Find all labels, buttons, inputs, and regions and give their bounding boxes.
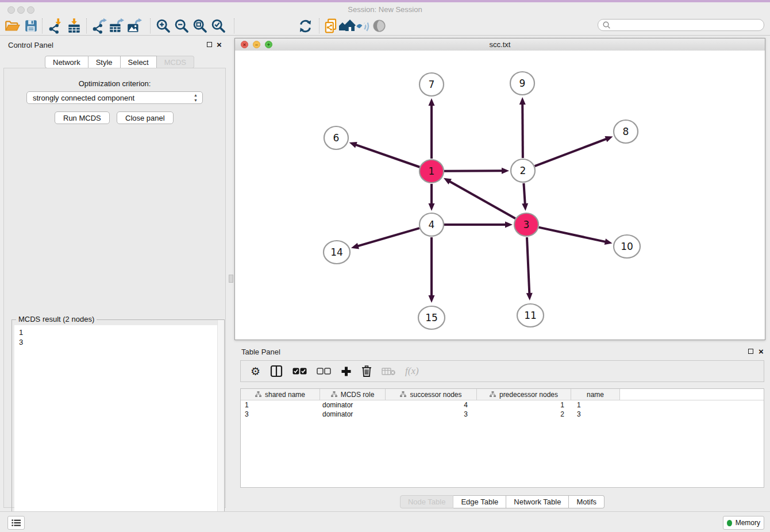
cell-name: 1 — [571, 401, 620, 409]
graph-node-label-4: 4 — [429, 219, 435, 230]
memory-button[interactable]: Memory — [723, 516, 764, 530]
vertical-splitter-handle[interactable] — [229, 275, 233, 283]
import-network-icon[interactable] — [47, 17, 64, 34]
graph-node-label-9: 9 — [519, 78, 526, 89]
graph-edge-3-1[interactable] — [449, 181, 515, 218]
show-graphics-details-icon[interactable] — [338, 17, 356, 34]
graph-edge-2-9[interactable] — [522, 103, 523, 158]
toolbar-separator — [234, 18, 234, 33]
tab-edge-table[interactable]: Edge Table — [453, 495, 506, 508]
node-table-header: shared name MCDS role — [241, 389, 764, 400]
column-header-successor-nodes[interactable]: successor nodes — [386, 389, 477, 400]
column-header-shared-name[interactable]: shared name — [241, 389, 320, 400]
export-image-icon[interactable] — [125, 17, 143, 34]
graph-edge-2-8[interactable] — [535, 138, 607, 166]
graph-edge-1-6[interactable] — [355, 145, 419, 167]
session-title: Session: New Session — [0, 5, 770, 14]
optimization-criterion-select[interactable]: strongly connected component ▲▼ — [26, 91, 203, 104]
column-header-name[interactable]: name — [571, 389, 620, 400]
toolbar-separator — [319, 18, 319, 33]
memory-status-icon — [727, 520, 732, 526]
magnifier-fit-icon — [192, 18, 208, 34]
zoom-out-icon[interactable] — [173, 17, 190, 34]
tab-style[interactable]: Style — [88, 56, 121, 68]
add-column-icon[interactable] — [341, 364, 352, 379]
sphere-icon — [372, 18, 387, 33]
memory-label: Memory — [736, 519, 760, 527]
zoom-in-icon[interactable] — [155, 17, 172, 34]
houses-icon — [338, 18, 356, 34]
zoom-selected-icon[interactable] — [210, 17, 227, 34]
graph-edge-4-14[interactable] — [357, 228, 419, 246]
delete-column-icon[interactable] — [361, 364, 372, 379]
table-row[interactable]: 3 dominator 3 2 3 — [241, 410, 764, 419]
tab-network[interactable]: Network — [45, 56, 88, 68]
delete-table-icon[interactable] — [382, 364, 395, 379]
tab-network-table[interactable]: Network Table — [506, 495, 569, 508]
table-import-icon — [66, 18, 82, 34]
mcds-result-text[interactable]: 1 3 — [14, 325, 221, 532]
table-float-panel-icon[interactable] — [748, 349, 753, 354]
graph-edge-2-3[interactable] — [523, 183, 525, 205]
graph-edge-arrow — [349, 142, 357, 148]
refresh-view-icon[interactable] — [297, 17, 314, 34]
new-network-from-selection-icon[interactable] — [322, 17, 340, 34]
columns-icon — [270, 365, 283, 377]
export-network-icon[interactable] — [91, 17, 108, 34]
select-all-rows-icon[interactable] — [292, 364, 307, 379]
network-window-title: scc.txt — [235, 40, 765, 49]
cell-successor-nodes: 3 — [386, 410, 477, 418]
network-canvas[interactable]: 1234678910111415 — [235, 51, 765, 340]
network-export-icon — [91, 18, 107, 34]
table-row[interactable]: 1 dominator 4 1 1 — [241, 400, 764, 410]
graph-edge-3-11[interactable] — [527, 237, 529, 294]
optimization-criterion-label: Optimization criterion: — [4, 79, 225, 88]
control-panel-title: Control Panel — [8, 41, 53, 49]
magnifier-check-icon — [211, 18, 226, 34]
save-session-icon[interactable] — [22, 17, 40, 34]
column-header-mcds-role[interactable]: MCDS role — [320, 389, 386, 400]
close-panel-icon[interactable]: × — [217, 42, 222, 48]
table-export-icon — [108, 18, 124, 34]
float-panel-icon[interactable] — [207, 42, 212, 47]
run-mcds-button[interactable]: Run MCDS — [55, 111, 110, 124]
import-table-icon[interactable] — [66, 17, 83, 34]
tab-mcds[interactable]: MCDS — [157, 56, 194, 68]
show-columns-icon[interactable] — [270, 364, 283, 379]
hide-graphics-details-icon[interactable] — [354, 17, 371, 34]
graph-node-label-7: 7 — [429, 79, 435, 90]
column-type-icon — [490, 391, 496, 398]
function-builder-icon[interactable]: f(x) — [405, 364, 419, 379]
task-history-button[interactable] — [7, 516, 25, 530]
column-label: successor nodes — [410, 391, 461, 399]
search-input[interactable] — [614, 20, 764, 30]
graph-node-label-14: 14 — [330, 246, 343, 258]
floppy-icon — [24, 18, 38, 33]
zoom-fit-icon[interactable] — [191, 17, 209, 34]
control-panel-tabs: Network Style Select MCDS — [45, 56, 194, 68]
tab-select[interactable]: Select — [121, 56, 157, 68]
table-panel-tabs: Node Table Edge Table Network Table Moti… — [234, 495, 770, 508]
tab-node-table[interactable]: Node Table — [400, 495, 454, 508]
graph-edge-1-2[interactable] — [444, 171, 503, 171]
graph-edge-arrow — [429, 98, 435, 106]
tab-motifs[interactable]: Motifs — [569, 495, 605, 508]
graph-node-label-6: 6 — [333, 132, 340, 144]
birds-eye-view-icon[interactable] — [371, 17, 388, 34]
table-settings-icon[interactable]: ⚙ — [251, 364, 260, 379]
export-table-icon[interactable] — [107, 17, 125, 34]
plus-icon — [341, 366, 352, 377]
graph-edge-3-10[interactable] — [538, 228, 606, 242]
deselect-all-rows-icon[interactable] — [317, 364, 331, 379]
graph-edge-arrow — [605, 238, 613, 245]
column-header-predecessor-nodes[interactable]: predecessor nodes — [477, 389, 571, 400]
close-panel-button[interactable]: Close panel — [117, 111, 174, 124]
cell-predecessor-nodes: 2 — [477, 410, 571, 418]
mcds-result-scrollbar[interactable] — [217, 320, 224, 532]
mcds-result-group: MCDS result (2 nodes) 1 3 — [11, 319, 225, 532]
open-file-icon[interactable] — [3, 17, 21, 34]
table-close-panel-icon[interactable]: × — [759, 349, 764, 354]
toolbar-separator — [86, 18, 87, 33]
graph-node-label-1: 1 — [429, 165, 435, 177]
toolbar-separator — [42, 18, 43, 33]
